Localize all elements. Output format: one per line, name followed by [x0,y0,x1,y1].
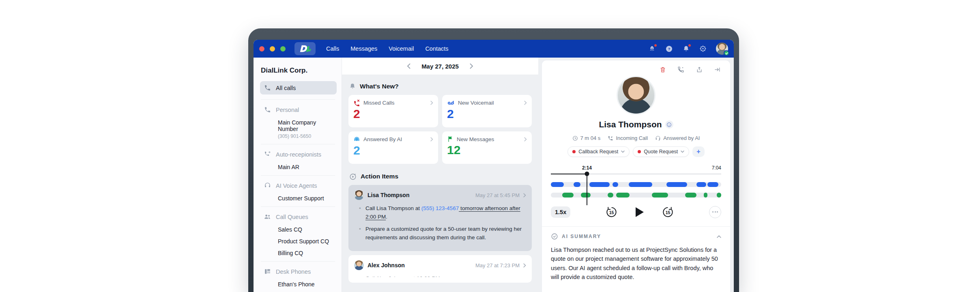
answered-by-ai-card[interactable]: Answered By AI 2 [348,131,438,164]
sidebar-item-ethans-phone[interactable]: Ethan's Phone [278,281,337,288]
card-label: New Voicemail [458,100,494,106]
call-detail-panel: Lisa Thompson 7 m 04 s Incoming Call [542,60,731,292]
divider [261,175,335,176]
action-bullet: Call Alex Johnson at 10:00 PM [357,274,526,277]
rewind-15-button[interactable]: 15 [605,206,618,218]
collapse-section-icon[interactable] [717,235,721,238]
nav-tab-calls[interactable]: Calls [326,45,339,52]
info-icon[interactable] [665,120,673,129]
nav-tab-contacts[interactable]: Contacts [425,45,448,52]
bell-icon [349,83,356,90]
voicemail-icon [447,99,455,106]
nav-tab-messages[interactable]: Messages [350,45,377,52]
ai-summary-header: AI SUMMARY [551,233,721,240]
forward-15-button[interactable]: 15 [662,206,674,218]
item-phone-number: (305) 901-5650 [278,133,337,139]
svg-text:?: ? [668,46,670,51]
divider [261,144,335,144]
new-messages-card[interactable]: New Messages 12 [442,131,532,164]
call-icon[interactable] [677,66,685,73]
action-item-lisa-thompson[interactable]: Lisa Thompson May 27 at 5:45 PM Call Lis… [348,185,532,251]
top-navbar: Calls Messages Voicemail Contacts [254,40,734,58]
action-item-alex-johnson[interactable]: Alex Johnson May 27 at 7:23 PM Call Alex… [348,255,532,283]
call-type: Incoming Call [608,135,648,141]
help-icon[interactable]: ? [665,45,673,53]
caller-waveform-track[interactable] [551,193,721,198]
chevron-right-icon [524,101,527,105]
close-window-button[interactable] [259,46,264,52]
collapse-panel-icon[interactable] [714,66,721,73]
more-options-button[interactable] [709,206,721,218]
sidebar-item-sales-cq[interactable]: Sales CQ [278,226,337,233]
nav-tab-voicemail[interactable]: Voicemail [389,45,414,52]
phone-number-link[interactable]: (555) 123-4567 [421,205,459,211]
tag-callback-request[interactable]: Callback Request [567,146,630,157]
avatar [354,190,364,200]
action-items-title: Action Items [361,173,398,180]
ai-summary-text: Lisa Thompson reached out to us at Proje… [551,245,721,282]
new-voicemail-card[interactable]: New Voicemail 2 [442,95,532,127]
call-forward-icon [264,151,271,158]
action-item-timestamp: May 27 at 5:45 PM [475,192,520,198]
action-items-header: Action Items [349,173,532,180]
previous-day-button[interactable] [405,63,412,69]
action-bullet: Call Lisa Thompson at (555) 123-4567 tom… [357,204,526,221]
current-date[interactable]: May 27, 2025 [421,63,459,70]
whats-new-cards: Missed Calls 2 [348,95,532,164]
bell-icon[interactable] [682,45,690,53]
rocket-notification-dot [654,44,657,47]
share-icon[interactable] [695,66,703,73]
item-name: Product Support CQ [278,238,337,245]
sidebar-item-all-calls[interactable]: All calls [260,81,337,94]
sidebar-item-billing-cq[interactable]: Billing CQ [278,250,337,256]
chevron-right-icon [430,101,433,105]
org-name: DialLink Corp. [261,67,337,75]
rocket-icon[interactable] [648,45,656,53]
delete-icon[interactable] [659,66,666,73]
progress-line [551,174,587,175]
window-controls [259,46,286,52]
desk-phone-icon [264,268,271,275]
diallink-logo[interactable] [294,42,316,55]
sidebar-item-main-company-number[interactable]: Main Company Number (305) 901-5650 [278,119,337,139]
divider [261,261,335,262]
chevron-right-icon [524,137,527,142]
incoming-call-icon [608,135,613,141]
total-time-label: 7:04 [712,165,721,171]
settings-icon[interactable] [699,45,707,53]
missed-call-icon [353,99,360,106]
section-label: Auto-recepionists [276,151,321,158]
missed-calls-card[interactable]: Missed Calls 2 [348,95,438,127]
headset-icon [655,135,661,141]
tag-color-dot [572,150,576,153]
sidebar-item-product-support-cq[interactable]: Product Support CQ [278,238,337,245]
play-button[interactable] [636,207,644,217]
sidebar-section-desk-phones: Desk Phones [260,267,337,276]
answered-by-ai-count: 2 [353,144,433,158]
headset-icon [264,182,271,189]
user-avatar[interactable] [716,43,728,55]
playback-speed-button[interactable]: 1.5x [551,206,570,218]
add-tag-button[interactable]: + [692,146,704,157]
sidebar-section-call-queues: Call Queues [260,213,337,221]
main-nav: Calls Messages Voicemail Contacts [326,45,449,52]
app-window: Calls Messages Voicemail Contacts [248,28,739,292]
sidebar-item-customer-support[interactable]: Customer Support [278,195,337,202]
people-icon [264,213,271,220]
missed-calls-count: 2 [353,107,433,121]
tag-color-dot [638,150,641,153]
next-day-button[interactable] [469,63,475,69]
divider [261,206,335,207]
screenshot-stage: Calls Messages Voicemail Contacts [0,0,980,292]
tag-quote-request[interactable]: Quote Request [633,146,689,157]
contact-name: Lisa Thompson [599,120,662,129]
minimize-window-button[interactable] [270,46,275,52]
new-messages-count: 12 [447,143,527,157]
item-name: Sales CQ [278,226,337,233]
agent-waveform-track[interactable] [551,182,721,187]
section-label: Personal [276,107,299,113]
zoom-window-button[interactable] [280,46,286,52]
action-item-timestamp: May 27 at 7:23 PM [475,262,520,268]
sidebar-item-main-ar[interactable]: Main AR [278,164,337,170]
playback-timeline[interactable] [551,172,721,176]
